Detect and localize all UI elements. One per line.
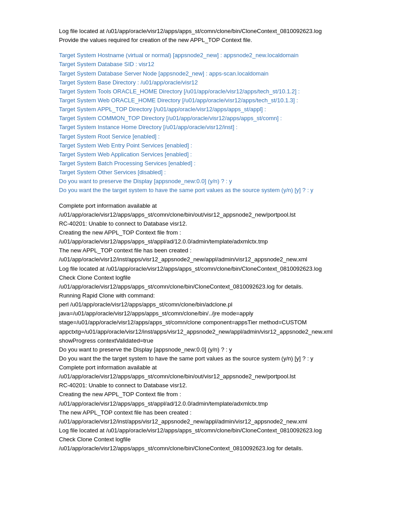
black-line-20: RC-40201: Unable to connect to Database … [59,381,352,390]
black-line-22: /u01/app/oracle/visr12/apps/apps_st/appl… [59,399,352,408]
black-line-19: /u01/app/oracle/visr12/apps/apps_st/comn… [59,372,352,381]
black-line-17: Do you want the the target system to hav… [59,354,352,363]
black-line-7: Log file located at /u01/app/oracle/visr… [59,264,352,273]
black-line-2: RC-40201: Unable to connect to Database … [59,219,352,228]
blue-line-2: Target System Database Server Node [apps… [59,69,352,78]
black-line-26: Check Clone Context logfile [59,435,352,444]
black-line-10: Running Rapid Clone with command: [59,291,352,300]
black-section: Complete port information available at/u… [59,201,352,453]
black-line-23: The new APPL_TOP context file has been c… [59,408,352,417]
header-section: Log file located at /u01/app/oracle/visr… [59,27,352,45]
black-line-4: /u01/app/oracle/visr12/apps/apps_st/appl… [59,237,352,246]
page-content: Log file located at /u01/app/oracle/visr… [59,27,352,453]
blue-line-14: Do you want to preserve the Display [app… [59,177,352,186]
black-line-15: showProgress contextValidated=true [59,336,352,345]
black-line-5: The new APPL_TOP context file has been c… [59,246,352,255]
black-line-3: Creating the new APPL_TOP Context file f… [59,228,352,237]
blue-line-5: Target System Web ORACLE_HOME Directory … [59,96,352,105]
blue-line-9: Target System Root Service [enabled] : [59,132,352,141]
black-line-14: appctxtg=/u01/app/oracle/visr12/inst/app… [59,327,352,336]
blue-line-13: Target System Other Services [disabled] … [59,168,352,177]
black-line-25: Log file located at /u01/app/oracle/visr… [59,426,352,435]
blue-line-7: Target System COMMON_TOP Directory [/u01… [59,114,352,123]
blue-line-3: Target System Base Directory : /u01/app/… [59,78,352,87]
blue-line-8: Target System Instance Home Directory [/… [59,123,352,132]
blue-line-1: Target System Database SID : visr12 [59,60,352,69]
blue-line-11: Target System Web Application Services [… [59,150,352,159]
black-line-6: /u01/app/oracle/visr12/inst/apps/visr12_… [59,255,352,264]
blue-line-6: Target System APPL_TOP Directory [/u01/a… [59,105,352,114]
blue-line-4: Target System Tools ORACLE_HOME Director… [59,87,352,96]
black-line-18: Complete port information available at [59,363,352,372]
black-line-0: Complete port information available at [59,201,352,210]
header-line1: Log file located at /u01/app/oracle/visr… [59,27,352,36]
blue-section: Target System Hostname (virtual or norma… [59,51,352,195]
black-line-9: /u01/app/oracle/visr12/apps/apps_st/comn… [59,282,352,291]
header-line2: Provide the values required for creation… [59,36,352,45]
black-line-12: java=/u01/app/oracle/visr12/apps/apps_st… [59,309,352,318]
blue-line-0: Target System Hostname (virtual or norma… [59,51,352,60]
black-line-16: Do you want to preserve the Display [app… [59,345,352,354]
black-line-8: Check Clone Context logfile [59,273,352,282]
black-line-1: /u01/app/oracle/visr12/apps/apps_st/comn… [59,210,352,219]
blue-line-15: Do you want the the target system to hav… [59,186,352,195]
blue-line-12: Target System Batch Processing Services … [59,159,352,168]
blue-line-10: Target System Web Entry Point Services [… [59,141,352,150]
black-line-24: /u01/app/oracle/visr12/inst/apps/visr12_… [59,417,352,426]
black-line-21: Creating the new APPL_TOP Context file f… [59,390,352,399]
black-line-13: stage=/u01/app/oracle/visr12/apps/apps_s… [59,318,352,327]
black-line-27: /u01/app/oracle/visr12/apps/apps_st/comn… [59,444,352,453]
black-line-11: perl /u01/app/oracle/visr12/apps/apps_st… [59,300,352,309]
